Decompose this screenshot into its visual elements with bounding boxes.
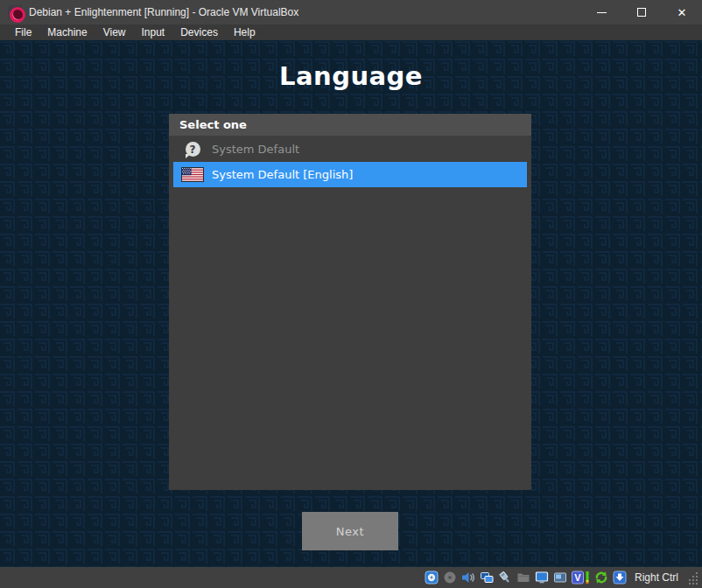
audio-icon[interactable] (461, 570, 475, 584)
help-icon: ? (186, 142, 200, 157)
language-list: ? System Default (169, 136, 531, 490)
panel-header: Select one (169, 114, 531, 136)
list-item-label: System Default (212, 143, 299, 156)
recording-icon[interactable] (553, 570, 567, 584)
menubar: File Machine View Input Devices Help (0, 24, 702, 40)
window-controls: ✕ (581, 0, 702, 24)
shared-folders-icon[interactable] (516, 570, 530, 584)
usb-icon[interactable] (498, 570, 512, 584)
menu-input[interactable]: Input (134, 24, 173, 40)
menu-help[interactable]: Help (226, 24, 263, 40)
list-item-label: System Default [English] (212, 168, 353, 181)
row-icon-box (180, 167, 205, 182)
language-select-panel: Select one ? System Default (169, 114, 531, 490)
virtualbox-window: Debian + Enlightenment [Running] - Oracl… (0, 0, 702, 588)
vm-display[interactable]: Language Select one ? System Default (0, 40, 702, 567)
row-icon-box: ? (180, 142, 205, 157)
network-icon[interactable] (480, 570, 494, 584)
window-title: Debian + Enlightenment [Running] - Oracl… (29, 6, 298, 18)
maximize-icon (637, 8, 646, 17)
hard-disk-icon[interactable] (425, 570, 439, 584)
us-flag-icon (181, 167, 204, 182)
minimize-button[interactable] (581, 0, 621, 24)
mouse-integration-icon[interactable] (594, 570, 608, 584)
optical-disc-icon[interactable] (443, 570, 457, 584)
maximize-button[interactable] (621, 0, 662, 24)
list-item-system-default[interactable]: ? System Default (173, 136, 527, 162)
menu-machine[interactable]: Machine (39, 24, 95, 40)
host-key-label: Right Ctrl (635, 571, 678, 584)
keyboard-icon[interactable] (613, 570, 627, 584)
close-button[interactable]: ✕ (662, 0, 702, 24)
minimize-icon (597, 12, 607, 13)
virtualization-icon[interactable]: V (572, 570, 590, 584)
resize-grip[interactable] (686, 570, 699, 584)
statusbar: V Right Ctrl (0, 567, 702, 588)
next-button[interactable]: Next (302, 512, 398, 550)
menu-file[interactable]: File (7, 24, 39, 40)
titlebar: Debian + Enlightenment [Running] - Oracl… (0, 0, 702, 24)
close-icon: ✕ (677, 6, 687, 19)
menu-devices[interactable]: Devices (172, 24, 226, 40)
page-title: Language (0, 61, 702, 91)
display-icon[interactable] (535, 570, 549, 584)
svg-text:V: V (574, 572, 581, 583)
menu-view[interactable]: View (95, 24, 134, 40)
virtualbox-logo-icon[interactable] (8, 5, 22, 19)
list-item-system-default-english[interactable]: System Default [English] (173, 162, 527, 187)
